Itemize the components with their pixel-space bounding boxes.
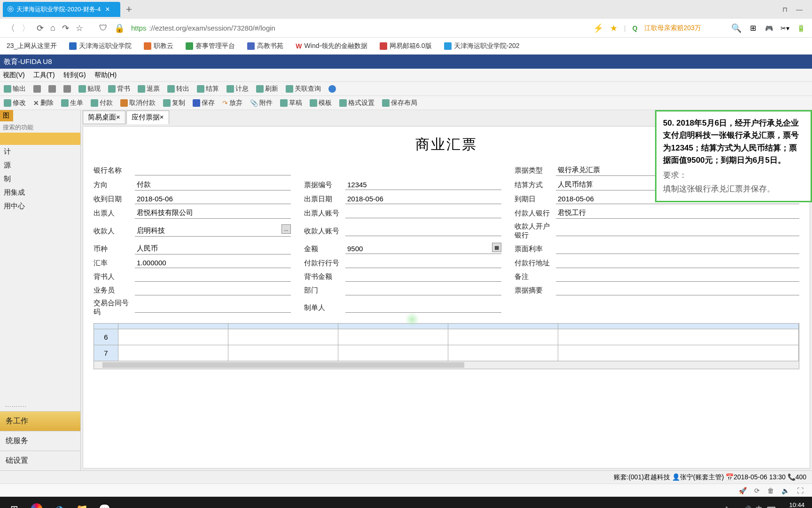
sidebar-section-service[interactable]: 统服务 [0,431,80,451]
task-app-1[interactable] [25,498,48,508]
sidebar-search[interactable]: 🔍 [0,121,80,133]
bookmark-item[interactable]: 23_上网从这里开 [7,42,57,50]
field-value[interactable] [556,285,799,295]
field-value[interactable]: 9500▦ [345,244,501,254]
bookmark-item[interactable]: 天津海运职业学院-202 [444,42,520,50]
favorite-star-icon[interactable]: ★ [610,23,617,33]
grid-h-scrollbar[interactable] [94,361,799,369]
tb-savelayout[interactable]: 保存布局 [382,99,417,107]
bookmark-item[interactable]: 天津海运职业学院 [69,42,132,50]
home-button[interactable]: ⌂ [50,23,55,33]
field-value[interactable]: 2018-05-06 [135,194,291,204]
bookmark-item[interactable]: 高教书苑 [247,42,283,50]
tb-template[interactable]: 模板 [310,99,332,107]
star-outline-icon[interactable]: ☆ [76,23,83,33]
field-value[interactable] [345,302,501,313]
field-value[interactable]: 人民币 [135,243,291,254]
sidebar-search-input[interactable] [3,124,82,131]
tb-next-icon[interactable] [63,85,71,93]
tb-first-icon[interactable] [33,85,41,93]
field-value[interactable] [135,271,291,282]
menu-help[interactable]: 帮助(H) [94,71,117,79]
tab-close-icon[interactable]: × [105,5,109,14]
field-value[interactable] [345,226,501,236]
tray-chevron-up-icon[interactable]: ˄ [725,506,728,508]
field-value[interactable] [345,271,501,282]
field-value[interactable]: 12345 [345,180,501,190]
picker-button[interactable]: ... [281,224,291,234]
doc-tab-desktop[interactable]: 简易桌面× [83,111,125,124]
sidebar-item[interactable]: 用中心 [0,199,80,213]
ext-grid-icon[interactable]: ⊞ [748,24,757,33]
sidebar-item[interactable]: 源 [0,159,80,172]
tray-volume-icon[interactable]: 🔊 [744,506,751,508]
field-value[interactable] [556,258,799,268]
field-value[interactable]: 君悦科技有限公司 [135,207,291,219]
status-volume-icon[interactable]: 🔈 [781,487,789,494]
field-value[interactable] [556,226,799,236]
field-value[interactable] [345,258,501,268]
tb-return[interactable]: 退票 [138,85,160,93]
sidebar-section-work[interactable]: 务工作 [0,411,80,431]
tray-cloud-icon[interactable]: ☁ [733,506,739,508]
task-app-2[interactable]: ◔ [48,498,70,508]
picker-button[interactable]: ▦ [492,243,501,252]
task-wechat[interactable]: 💬 [93,498,116,508]
tb-edit[interactable]: 修改 [4,99,26,107]
field-value[interactable] [135,302,291,313]
tb-prev-icon[interactable] [48,85,56,93]
search-icon[interactable]: 🔍 [731,23,742,33]
tb-interest[interactable]: 计息 [226,85,249,93]
task-explorer[interactable]: 📁 [70,498,93,508]
field-value[interactable] [556,244,799,254]
field-value[interactable]: 启明科技... [135,225,291,237]
ext-scissors-icon[interactable]: ✂▾ [780,24,789,33]
tb-attach[interactable]: 📎附件 [250,99,273,107]
tray-ime[interactable]: 中 [756,505,762,508]
reload-button[interactable]: ⟳ [37,23,44,33]
tb-gendoc[interactable]: 生单 [61,99,83,107]
url-input[interactable]: https ://eztest.org/exam/session/73280/#… [131,24,275,32]
field-value[interactable]: 付款 [135,179,291,190]
tb-related[interactable]: 关联查询 [286,85,321,93]
tb-settle[interactable]: 结算 [197,85,219,93]
status-rocket-icon[interactable]: 🚀 [739,487,747,494]
sidebar-tab[interactable]: 图 [0,110,13,121]
tb-format[interactable]: 格式设置 [339,99,375,107]
back-button[interactable]: 〈 [7,23,15,34]
search-hint[interactable]: 江歌母亲索赔203万 [644,24,701,32]
menu-goto[interactable]: 转到(G) [63,71,86,79]
field-value[interactable] [135,165,291,175]
tb-endorse[interactable]: 背书 [108,85,130,93]
tb-transfer[interactable]: 转出 [167,85,189,93]
browser-tab-active[interactable]: ⓔ 天津海运职业学院-2020-财务-4 × [3,2,120,17]
bookmark-item[interactable]: 职教云 [144,42,173,50]
ext-game-icon[interactable]: 🎮 [764,24,773,33]
field-value[interactable] [135,285,291,295]
tb-delete[interactable]: ✕删除 [33,99,54,107]
tray-clock[interactable]: 10:442020/6/6 [781,502,804,508]
grid-row[interactable]: 7 [94,345,799,361]
field-value[interactable]: 君悦工行 [556,207,799,219]
flash-icon[interactable]: ⚡ [593,23,603,33]
field-value[interactable]: 2018-05-06 [345,194,501,204]
tb-discount[interactable]: 贴现 [78,85,101,93]
field-value[interactable] [556,271,799,282]
forward-button[interactable]: 〉 [22,23,30,34]
window-minimize-icon[interactable]: — [796,6,803,13]
bookmark-item[interactable]: 网易邮箱6.0版 [380,42,431,50]
window-pin-icon[interactable]: ⊓ [782,6,788,13]
sidebar-section-settings[interactable]: 础设置 [0,451,80,470]
tb-discard[interactable]: ↷放弃 [222,99,242,107]
tb-pay[interactable]: 付款 [91,99,113,107]
tb-help-icon[interactable] [328,85,336,93]
new-tab-button[interactable]: + [126,3,132,16]
field-value[interactable]: 1.000000 [135,258,291,268]
history-button[interactable]: ↷ [62,23,69,33]
tb-output[interactable]: 输出 [4,85,26,93]
tb-cancelpay[interactable]: 取消付款 [120,99,156,107]
bookmark-item[interactable]: WWind-领先的金融数据 [296,42,367,50]
sidebar-item[interactable]: 用集成 [0,186,80,199]
bookmark-item[interactable]: 赛事管理平台 [186,42,235,50]
field-value[interactable] [345,285,501,295]
